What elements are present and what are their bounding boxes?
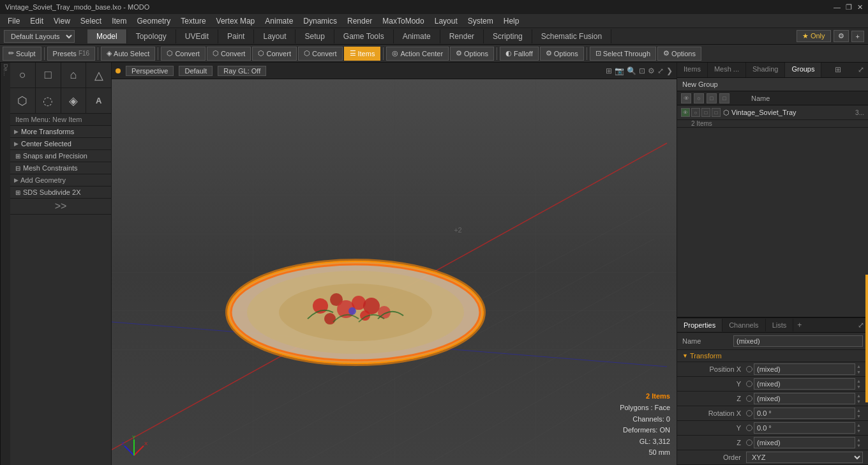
- menu-maxtomodo[interactable]: MaxToModo: [377, 15, 429, 27]
- auto-select-button[interactable]: ◈ Auto Select: [101, 47, 155, 61]
- items-button[interactable]: ☰ Items: [344, 47, 381, 61]
- prop-pos-z-circle[interactable]: [746, 395, 752, 402]
- menu-layout[interactable]: Layout: [430, 15, 463, 27]
- prop-pos-y-input[interactable]: [754, 378, 855, 390]
- transform-section[interactable]: ▼ Transform: [677, 350, 868, 362]
- star-only-button[interactable]: ★ Only: [797, 30, 831, 42]
- add-tab-button[interactable]: +: [851, 31, 864, 42]
- tool-disc[interactable]: ◌: [36, 88, 61, 113]
- convert-vert-button[interactable]: ⬡ Convert: [252, 47, 297, 61]
- rp-bottom-plus[interactable]: +: [793, 318, 805, 332]
- tab-uvedit[interactable]: UVEdit: [176, 29, 218, 43]
- layout-select[interactable]: Default Layouts: [4, 30, 75, 43]
- prop-pos-y-up[interactable]: ▲: [857, 378, 863, 384]
- center-selected-menu[interactable]: ▶ Center Selected: [10, 138, 111, 150]
- prop-pos-y-down[interactable]: ▼: [857, 384, 863, 390]
- prop-rot-z-up[interactable]: ▲: [857, 437, 863, 443]
- tool-complex[interactable]: ◈: [61, 88, 87, 113]
- presets-button[interactable]: Presets F16: [47, 47, 96, 61]
- rp-col-icon-sel[interactable]: □: [719, 93, 730, 103]
- prop-rot-z-circle[interactable]: [746, 439, 752, 446]
- rp-col-icon-render[interactable]: ○: [694, 93, 704, 103]
- prop-pos-z-arrows[interactable]: ▲ ▼: [857, 393, 863, 404]
- prop-pos-x-input[interactable]: [754, 363, 855, 375]
- tool-torus[interactable]: ⬡: [10, 88, 36, 113]
- menu-vertexmap[interactable]: Vertex Map: [211, 15, 260, 27]
- tool-sphere[interactable]: ○: [10, 63, 36, 88]
- tool-cone[interactable]: △: [86, 63, 111, 88]
- rp-tab-fullscreen[interactable]: ⤢: [854, 63, 868, 77]
- options-button-1[interactable]: ⚙ Options: [450, 47, 494, 61]
- prop-pos-z-up[interactable]: ▲: [857, 393, 863, 399]
- prop-pos-z-input[interactable]: [754, 393, 855, 404]
- left-tab-de[interactable]: De...: [3, 64, 9, 464]
- viewport[interactable]: Perspective Default Ray GL: Off ⊞ 📷 🔍 ⊡ …: [112, 63, 677, 465]
- prop-rot-y-circle[interactable]: [746, 425, 752, 431]
- menu-select[interactable]: Select: [75, 15, 107, 27]
- prop-pos-y-circle[interactable]: [746, 381, 752, 387]
- window-controls[interactable]: — ❐ ✕: [834, 3, 863, 11]
- menu-dynamics[interactable]: Dynamics: [298, 15, 342, 27]
- prop-rot-z-down[interactable]: ▼: [857, 443, 863, 448]
- prop-rot-x-arrows[interactable]: ▲ ▼: [857, 408, 863, 419]
- rp-tab-items[interactable]: Items: [677, 63, 708, 77]
- menu-animate[interactable]: Animate: [260, 15, 298, 27]
- viewport-icon-expand[interactable]: ⤢: [657, 66, 664, 75]
- prop-pos-x-down[interactable]: ▼: [857, 369, 863, 375]
- menu-render[interactable]: Render: [342, 15, 377, 27]
- tab-model[interactable]: Model: [87, 29, 127, 43]
- prop-rot-z-arrows[interactable]: ▲ ▼: [857, 437, 863, 448]
- minimize-button[interactable]: —: [834, 3, 841, 11]
- action-center-button[interactable]: ◎ Action Center: [386, 47, 449, 61]
- tab-schematic[interactable]: Schematic Fusion: [532, 29, 611, 43]
- more-transforms-menu[interactable]: ▶ More Transforms: [10, 126, 111, 138]
- tab-scripting[interactable]: Scripting: [484, 29, 532, 43]
- rp-tab-lists[interactable]: Lists: [766, 319, 794, 332]
- menu-system[interactable]: System: [463, 15, 498, 27]
- rp-tab-mesh[interactable]: Mesh ...: [708, 63, 746, 77]
- prop-name-input[interactable]: [733, 335, 863, 347]
- rp-item-vintage-tray[interactable]: 👁 ○ □ □ ⬡ Vintage_Soviet_Tray 3...: [677, 105, 868, 120]
- rp-item-render[interactable]: ○: [691, 108, 700, 117]
- prop-pos-x-up[interactable]: ▲: [857, 363, 863, 369]
- convert-poly-button[interactable]: ⬡ Convert: [161, 47, 206, 61]
- prop-rot-z-input[interactable]: [754, 437, 855, 448]
- prop-rot-y-input[interactable]: [754, 422, 855, 434]
- menu-edit[interactable]: Edit: [25, 15, 49, 27]
- convert-edge-button[interactable]: ⬡ Convert: [207, 47, 251, 61]
- mesh-constraints-btn[interactable]: ⊟ Mesh Constraints: [10, 162, 111, 174]
- prop-rot-x-circle[interactable]: [746, 410, 752, 416]
- options-button-3[interactable]: ⚙ Options: [657, 47, 701, 61]
- menu-geometry[interactable]: Geometry: [132, 15, 176, 27]
- rp-tab-expand[interactable]: ⊞: [831, 63, 845, 77]
- rp-tab-channels[interactable]: Channels: [722, 319, 765, 332]
- tab-gametools[interactable]: Game Tools: [334, 29, 394, 43]
- add-geometry-header[interactable]: ▶ Add Geometry: [10, 174, 111, 187]
- rp-col-icon-eye[interactable]: 👁: [681, 93, 691, 103]
- tab-topology[interactable]: Topology: [127, 29, 176, 43]
- tool-text[interactable]: A: [86, 88, 111, 113]
- viewport-raygl-button[interactable]: Ray GL: Off: [218, 66, 266, 76]
- rp-col-icon-lock[interactable]: □: [707, 93, 717, 103]
- tool-cylinder[interactable]: ⌂: [61, 63, 87, 88]
- select-through-button[interactable]: ⊡ Select Through: [590, 47, 656, 61]
- prop-pos-x-circle[interactable]: [746, 366, 752, 372]
- sds-subdivide-btn[interactable]: ⊞ SDS Subdivide 2X: [10, 187, 111, 199]
- rp-tab-shading[interactable]: Shading: [746, 63, 785, 77]
- viewport-icon-grid[interactable]: ⊞: [606, 66, 612, 75]
- menu-help[interactable]: Help: [498, 15, 525, 27]
- viewport-shading-button[interactable]: Default: [179, 66, 213, 76]
- tab-layout[interactable]: Layout: [254, 29, 296, 43]
- prop-rot-y-arrows[interactable]: ▲ ▼: [857, 422, 863, 434]
- prop-order-select[interactable]: XYZ XZY YXZ YZX ZXY ZYX: [746, 452, 863, 463]
- prop-rot-x-down[interactable]: ▼: [857, 413, 863, 419]
- prop-rot-x-up[interactable]: ▲: [857, 408, 863, 413]
- prop-pos-x-arrows[interactable]: ▲ ▼: [857, 363, 863, 375]
- menu-texture[interactable]: Texture: [176, 15, 211, 27]
- viewport-icon-chevron[interactable]: ❯: [666, 66, 673, 75]
- tool-box[interactable]: □: [36, 63, 61, 88]
- rp-tab-groups[interactable]: Groups: [785, 63, 821, 77]
- rp-item-eye[interactable]: 👁: [681, 108, 690, 117]
- tab-paint[interactable]: Paint: [218, 29, 254, 43]
- viewport-canvas[interactable]: +2 2 Items Polygons : Face Channels: 0 D…: [112, 79, 677, 465]
